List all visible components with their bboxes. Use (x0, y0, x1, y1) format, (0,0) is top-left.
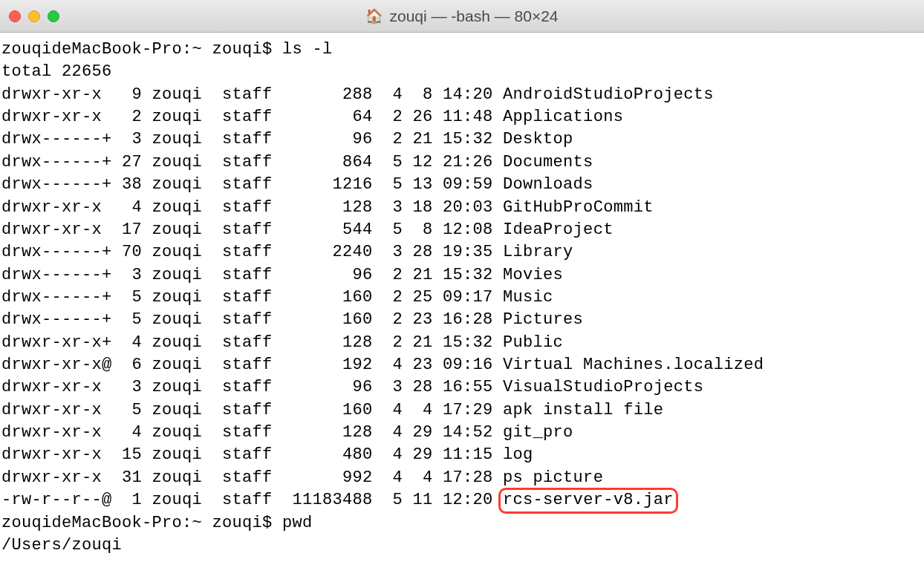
terminal-line: drwxr-xr-x 9 zouqi staff 288 4 8 14:20 A… (0, 84, 924, 106)
highlight-annotation (498, 488, 678, 513)
terminal-line: drwx------+ 5 zouqi staff 160 2 23 16:28… (0, 309, 924, 331)
terminal-line: drwxr-xr-x 3 zouqi staff 96 3 28 16:55 V… (0, 376, 924, 399)
terminal-line: zouqideMacBook-Pro:~ zouqi$ ls -l (0, 39, 924, 61)
terminal-line: drwxr-xr-x 5 zouqi staff 160 4 4 17:29 a… (0, 399, 924, 422)
terminal-line: drwxr-xr-x 4 zouqi staff 128 3 18 20:03 … (0, 197, 924, 219)
window-titlebar: 🏠 zouqi — -bash — 80×24 (0, 0, 924, 33)
terminal-line: drwx------+ 5 zouqi staff 160 2 25 09:17… (0, 287, 924, 309)
terminal-line: drwxr-xr-x@ 6 zouqi staff 192 4 23 09:16… (0, 354, 924, 376)
minimize-button[interactable] (28, 10, 40, 22)
terminal-line: drwxr-xr-x+ 4 zouqi staff 128 2 21 15:32… (0, 332, 924, 354)
terminal-line: zouqideMacBook-Pro:~ zouqi$ pwd (0, 512, 924, 534)
terminal-line: drwx------+ 3 zouqi staff 96 2 21 15:32 … (0, 128, 924, 151)
terminal-line: drwxr-xr-x 17 zouqi staff 544 5 8 12:08 … (0, 219, 924, 241)
terminal-line: drwx------+ 27 zouqi staff 864 5 12 21:2… (0, 151, 924, 174)
home-icon: 🏠 (365, 7, 383, 24)
terminal-line: drwx------+ 38 zouqi staff 1216 5 13 09:… (0, 174, 924, 196)
highlighted-filename: rcs-server-v8.jar (503, 489, 674, 511)
terminal-line: drwx------+ 3 zouqi staff 96 2 21 15:32 … (0, 264, 924, 287)
close-button[interactable] (9, 10, 21, 22)
maximize-button[interactable] (48, 10, 59, 22)
window-title: zouqi — -bash — 80×24 (389, 7, 558, 25)
terminal-line: drwxr-xr-x 4 zouqi staff 128 4 29 14:52 … (0, 422, 924, 444)
terminal-line: drwxr-xr-x 31 zouqi staff 992 4 4 17:28 … (0, 467, 924, 489)
terminal-line: drwx------+ 70 zouqi staff 2240 3 28 19:… (0, 241, 924, 264)
terminal-line: -rw-r--r--@ 1 zouqi staff 11183488 5 11 … (0, 489, 924, 511)
traffic-lights (9, 10, 59, 22)
window-title-wrap: 🏠 zouqi — -bash — 80×24 (0, 7, 924, 25)
terminal-line: total 22656 (0, 61, 924, 83)
terminal-line: /Users/zouqi (0, 534, 924, 557)
terminal-output[interactable]: zouqideMacBook-Pro:~ zouqi$ ls -ltotal 2… (0, 33, 924, 557)
terminal-line: drwxr-xr-x 15 zouqi staff 480 4 29 11:15… (0, 444, 924, 466)
terminal-line: drwxr-xr-x 2 zouqi staff 64 2 26 11:48 A… (0, 106, 924, 128)
